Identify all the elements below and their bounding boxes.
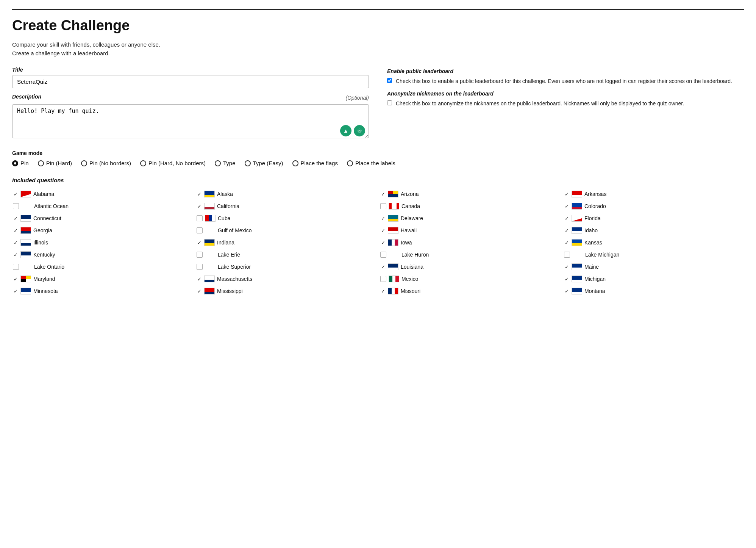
question-name: Iowa [401,240,412,246]
radio-pin [12,160,18,166]
check-mark: ✓ [13,252,18,257]
public-lb-title: Enable public leaderboard [387,68,744,74]
flag-indiana [204,239,215,246]
question-name: Connecticut [33,215,61,221]
check-mark: ✓ [380,216,386,221]
title-input[interactable] [12,75,369,88]
description-input[interactable] [12,104,369,138]
radio-type-easy [245,160,251,166]
public-lb-checkbox[interactable] [387,78,392,83]
question-name: Montana [584,288,605,294]
game-mode-place-flags[interactable]: Place the flags [292,160,338,166]
question-name: Minnesota [33,288,58,294]
question-checkbox[interactable] [564,252,570,258]
question-item: ✓Arkansas [563,189,744,199]
question-name: Gulf of Mexico [218,227,251,233]
question-item: Lake Erie [196,249,376,260]
question-item: ✓Kansas [563,237,744,248]
question-item: ✓Connecticut [12,213,193,224]
flag-mississippi [204,288,215,294]
check-mark: ✓ [13,228,18,233]
question-name: Maine [584,264,599,270]
question-item: ✓California [196,201,376,211]
question-checkbox[interactable] [380,252,386,258]
question-name: Maryland [33,276,55,282]
question-item: ✓Massachusetts [196,274,376,284]
game-mode-type-easy[interactable]: Type (Easy) [245,160,283,166]
game-mode-pin-hard[interactable]: Pin (Hard) [38,160,72,166]
question-name: Alabama [33,191,54,197]
question-item: ✓Alabama [12,189,193,199]
question-name: Indiana [217,240,234,246]
check-mark: ✓ [197,191,202,197]
question-item: Atlantic Ocean [12,201,193,211]
question-name: Alaska [217,191,233,197]
question-item: ✓Georgia [12,225,193,236]
check-mark: ✓ [564,276,569,282]
question-checkbox[interactable] [197,264,203,270]
flag-iowa [388,239,398,246]
mode-label-pin-hard-no-borders: Pin (Hard, No borders) [148,160,206,166]
mode-label-pin: Pin [20,160,29,166]
question-item: ✓Idaho [563,225,744,236]
radio-place-flags [292,160,298,166]
question-name: California [217,203,239,209]
question-item: ✓Michigan [563,274,744,284]
grammar-btn[interactable]: ♾ [354,125,365,136]
flag-colorado [572,203,582,210]
anon-lb-checkbox[interactable] [387,100,392,105]
check-mark: ✓ [380,288,386,294]
flag-canada [389,203,399,210]
question-name: Lake Michigan [585,252,619,258]
game-mode-place-labels[interactable]: Place the labels [347,160,395,166]
page-title: Create Challenge [12,17,744,34]
game-mode-pin[interactable]: Pin [12,160,29,166]
translate-btn[interactable]: ▲ [340,125,351,136]
check-mark: ✓ [380,228,386,233]
question-checkbox[interactable] [380,203,386,209]
flag-california [204,203,215,210]
question-name: Lake Superior [218,264,251,270]
check-mark: ✓ [564,228,569,233]
question-name: Louisiana [401,264,423,270]
radio-pin-hard [38,160,44,166]
question-checkbox[interactable] [380,276,386,282]
flag-mexico [389,276,399,282]
flag-michigan [572,276,582,282]
optional-label: (Optional) [346,95,369,101]
question-checkbox[interactable] [13,203,19,209]
question-name: Kansas [584,240,602,246]
check-mark: ✓ [13,216,18,221]
check-mark: ✓ [380,191,386,197]
question-item: ✓Iowa [380,237,560,248]
question-checkbox[interactable] [197,227,203,233]
question-item: ✓Arizona [380,189,560,199]
check-mark: ✓ [564,240,569,245]
game-mode-pin-no-borders[interactable]: Pin (No borders) [81,160,131,166]
check-mark: ✓ [564,288,569,294]
question-item: ✓Montana [563,286,744,296]
question-name: Atlantic Ocean [34,203,69,209]
flag-missouri [388,288,398,294]
question-item: ✓Louisiana [380,261,560,272]
question-checkbox[interactable] [197,252,203,258]
question-item: Lake Superior [196,261,376,272]
game-mode-pin-hard-no-borders[interactable]: Pin (Hard, No borders) [140,160,206,166]
game-mode-type[interactable]: Type [215,160,236,166]
question-item: Mexico [380,274,560,284]
check-mark: ✓ [13,288,18,294]
check-mark: ✓ [564,216,569,221]
question-name: Massachusetts [217,276,252,282]
form-grid: Title Description (Optional) ▲ ♾ Enable … [12,67,744,139]
question-checkbox[interactable] [13,264,19,270]
question-name: Mexico [401,276,418,282]
question-name: Florida [584,215,601,221]
flag-idaho [572,227,582,234]
flag-minnesota [20,288,31,294]
flag-connecticut [20,215,31,222]
radio-place-labels [347,160,353,166]
question-item: Canada [380,201,560,211]
question-item: ✓Hawaii [380,225,560,236]
question-checkbox[interactable] [197,215,203,221]
flag-hawaii [388,227,398,234]
